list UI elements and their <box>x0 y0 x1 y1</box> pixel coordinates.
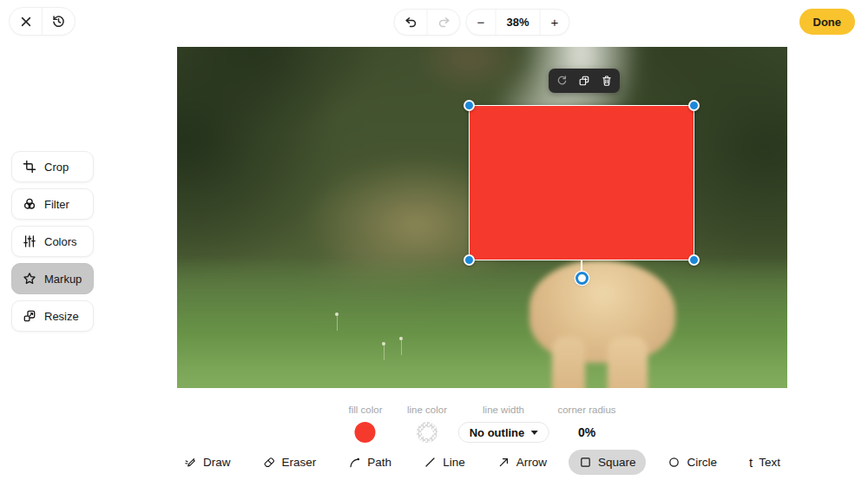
selection-toolbar <box>549 69 620 93</box>
tool-label: Arrow <box>516 456 547 469</box>
tool-draw[interactable]: Draw <box>174 450 241 475</box>
line-width-label: line width <box>483 405 524 415</box>
top-center-toolbar: − 38% + <box>394 9 570 36</box>
tool-text[interactable]: t Text <box>739 450 791 475</box>
resize-icon <box>23 309 36 323</box>
square-icon <box>579 456 592 469</box>
chevron-down-icon <box>530 431 537 435</box>
tool-label: Eraser <box>282 456 317 469</box>
image-editor: − 38% + Done Crop <box>0 0 868 487</box>
tool-circle[interactable]: Circle <box>657 450 727 475</box>
rotation-handle[interactable] <box>575 272 589 285</box>
sidebar-item-label: Colors <box>44 235 77 248</box>
eraser-icon <box>263 456 276 469</box>
tool-label: Square <box>598 456 636 469</box>
tool-square[interactable]: Square <box>569 450 647 475</box>
sidebar-item-markup[interactable]: Markup <box>11 263 94 294</box>
trash-icon <box>601 75 613 87</box>
sidebar-item-label: Markup <box>44 273 82 286</box>
line-color-control: line color <box>407 405 447 443</box>
tool-line[interactable]: Line <box>413 450 476 475</box>
line-icon <box>424 456 437 469</box>
history-button[interactable] <box>43 7 75 36</box>
line-width-dropdown[interactable]: No outline <box>458 422 549 443</box>
tool-label: Line <box>443 456 465 469</box>
path-icon <box>348 456 361 469</box>
markup-star-icon <box>23 272 36 286</box>
undo-redo-group <box>394 9 461 36</box>
corner-radius-label: corner radius <box>557 405 615 415</box>
tool-eraser[interactable]: Eraser <box>253 450 327 475</box>
photo-flower <box>382 342 385 346</box>
tool-label: Draw <box>203 456 231 469</box>
close-history-group <box>9 7 76 36</box>
text-icon: t <box>749 456 753 469</box>
arrow-icon <box>497 456 510 469</box>
crop-icon <box>23 160 36 174</box>
sidebar-item-label: Filter <box>44 198 69 211</box>
close-icon <box>19 15 33 29</box>
line-color-label: line color <box>407 405 447 415</box>
rotation-handle-stem <box>581 260 582 273</box>
zoom-in-button[interactable]: + <box>541 9 569 36</box>
zoom-level-value: 38% <box>496 16 540 29</box>
markup-rectangle-shape[interactable] <box>469 105 694 260</box>
sidebar-item-resize[interactable]: Resize <box>11 300 94 332</box>
duplicate-button[interactable] <box>578 75 590 87</box>
resize-handle-top-left[interactable] <box>464 100 475 111</box>
sidebar-item-colors[interactable]: Colors <box>11 226 94 257</box>
colors-sliders-icon <box>23 234 36 248</box>
tool-label: Path <box>367 456 391 469</box>
circle-icon <box>667 456 681 469</box>
zoom-control-group: − 38% + <box>466 9 570 36</box>
fill-color-swatch[interactable] <box>355 422 376 443</box>
fill-color-label: fill color <box>349 405 383 415</box>
line-width-value: No outline <box>470 426 525 439</box>
tool-label: Text <box>759 456 780 469</box>
duplicate-icon <box>578 75 590 87</box>
corner-radius-value[interactable]: 0% <box>578 422 595 443</box>
rotate-button[interactable] <box>556 75 568 87</box>
fill-color-control: fill color <box>349 405 383 443</box>
close-button[interactable] <box>10 7 42 36</box>
sidebar-item-filter[interactable]: Filter <box>11 188 94 220</box>
tool-arrow[interactable]: Arrow <box>487 450 557 475</box>
corner-radius-control: corner radius 0% <box>557 405 615 443</box>
redo-icon <box>437 16 450 30</box>
rotate-icon <box>556 75 568 87</box>
photo-flower <box>335 313 339 316</box>
delete-button[interactable] <box>601 75 613 87</box>
photo-flower <box>399 337 403 340</box>
done-button[interactable]: Done <box>799 9 856 35</box>
resize-handle-top-right[interactable] <box>688 100 700 111</box>
sidebar: Crop Filter Colors <box>11 151 94 332</box>
resize-handle-bottom-left[interactable] <box>464 254 475 266</box>
photo-grass <box>177 256 787 388</box>
dog-leg <box>552 337 585 388</box>
photo-dog <box>521 260 686 388</box>
resize-handle-bottom-right[interactable] <box>688 254 700 266</box>
history-icon <box>51 14 66 29</box>
zoom-out-button[interactable]: − <box>467 9 496 36</box>
markup-tools-toolbar: Draw Eraser Path <box>177 450 787 475</box>
redo-button[interactable] <box>428 9 460 36</box>
undo-button[interactable] <box>395 9 427 36</box>
filter-icon <box>23 197 36 211</box>
sidebar-item-label: Crop <box>44 161 69 174</box>
sidebar-item-label: Resize <box>44 310 79 323</box>
dog-leg <box>608 337 648 388</box>
draw-icon <box>184 456 197 469</box>
sidebar-item-crop[interactable]: Crop <box>11 151 94 182</box>
line-width-control: line width No outline <box>458 405 549 443</box>
tool-label: Circle <box>687 456 717 469</box>
line-color-swatch[interactable] <box>417 422 437 443</box>
undo-icon <box>404 16 418 30</box>
tool-path[interactable]: Path <box>338 450 402 475</box>
